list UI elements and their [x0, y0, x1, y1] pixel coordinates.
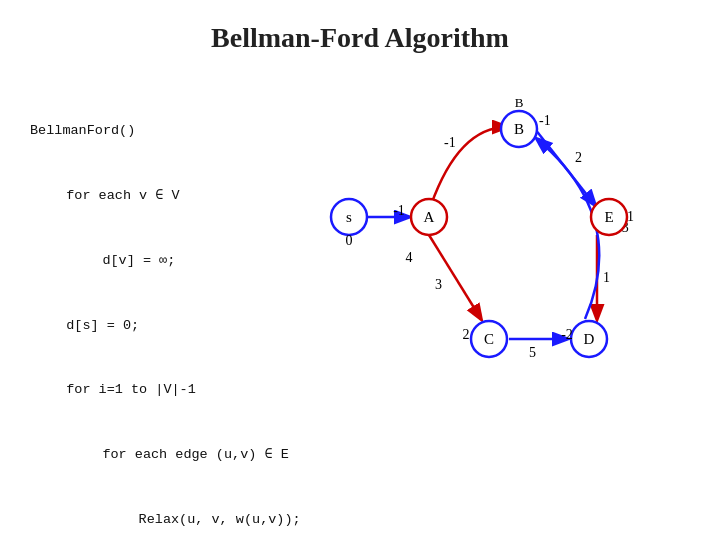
svg-text:2: 2	[462, 327, 469, 342]
code-line-6: for each edge (u,v) ∈ E	[70, 444, 309, 466]
code-line-4: d[s] = 0;	[50, 315, 309, 337]
code-line-2: for each v ∈ V	[50, 185, 309, 207]
svg-text:-1: -1	[444, 135, 456, 150]
code-line-7: Relax(u, v, w(u,v));	[90, 509, 309, 531]
svg-text:2: 2	[575, 150, 582, 165]
svg-text:1: 1	[627, 209, 634, 224]
svg-text:s: s	[346, 209, 352, 225]
code-line-3: d[v] = ∞;	[70, 250, 309, 272]
svg-text:C: C	[484, 331, 494, 347]
graph-svg: -1 2 1 3 5 -3 s A -1 B	[319, 62, 639, 402]
code-line-5: for i=1 to |V|-1	[50, 379, 309, 401]
svg-text:1: 1	[603, 270, 610, 285]
svg-text:-1: -1	[393, 203, 405, 218]
code-block: BellmanFord() for each v ∈ V d[v] = ∞; d…	[30, 72, 309, 540]
svg-text:B: B	[514, 95, 523, 110]
svg-text:A: A	[423, 209, 434, 225]
svg-text:5: 5	[529, 345, 536, 360]
svg-text:-1: -1	[539, 113, 551, 128]
svg-text:3: 3	[435, 277, 442, 292]
svg-text:D: D	[583, 331, 594, 347]
graph-area: -1 2 1 3 5 -3 s A -1 B	[319, 62, 720, 402]
svg-text:-2: -2	[561, 327, 573, 342]
svg-text:E: E	[604, 209, 613, 225]
code-line-1: BellmanFord()	[30, 120, 309, 142]
svg-text:B: B	[514, 121, 524, 137]
main-content: BellmanFord() for each v ∈ V d[v] = ∞; d…	[0, 72, 720, 540]
svg-text:0: 0	[345, 233, 352, 248]
svg-text:4: 4	[405, 250, 412, 265]
